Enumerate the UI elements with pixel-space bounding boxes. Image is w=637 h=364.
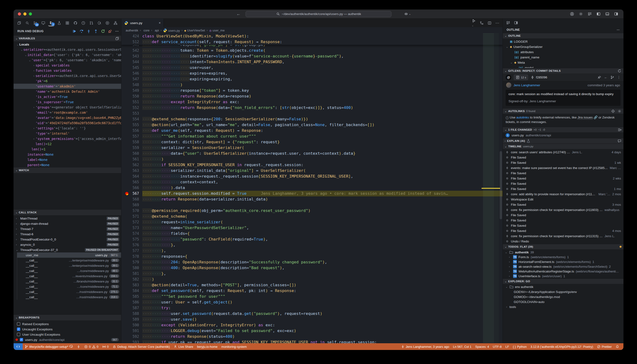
thread-row[interactable]: ⌄ThreadPoolExecutor-37_0PAUSED ON BREAKP…: [14, 247, 121, 252]
copilot-menu[interactable]: ⌄: [404, 12, 411, 16]
pane-more-actions-icon[interactable]: ⋯: [617, 28, 620, 32]
commit-sha[interactable]: f285096: [530, 75, 547, 80]
commit-message[interactable]: core: mark session as modified instead o…: [506, 90, 620, 106]
timeline-item[interactable]: File Saved1 wk: [503, 160, 624, 165]
variable-row[interactable]: 'uid' = '49d24724dfa590a20fb5961e9c6673c…: [14, 120, 121, 126]
more-actions-icon[interactable]: ⋯: [496, 21, 499, 25]
thread-row[interactable]: ›django-main-threadPAUSED: [14, 221, 121, 226]
code-line[interactable]: 590········except (ValidationError, Inte…: [121, 322, 502, 328]
code-line[interactable]: 585········"""Set password for user""": [121, 294, 502, 300]
variable-row[interactable]: ›special variables: [14, 63, 121, 68]
timeline-item[interactable]: core: search users' attributes (#12740) …: [503, 150, 624, 155]
variable-row[interactable]: ⌄'user' = {'pk': 6, 'username': 'akadmin…: [14, 58, 121, 63]
code-line[interactable]: 566············).data: [121, 185, 502, 191]
stack-frame-row[interactable]: __call__…/root/middleware.py275:1: [17, 289, 121, 294]
tab-users-py[interactable]: users.py ×: [121, 18, 164, 27]
branch-status-item[interactable]: lifecycle/fix-debugger-setup*: [23, 343, 75, 350]
comment-icon[interactable]: [618, 139, 622, 143]
outline-section-header[interactable]: ⌄OUTLINE: [503, 33, 624, 38]
code-line[interactable]: 563············serializer.initial_data["…: [121, 168, 502, 174]
code-line[interactable]: 587········try:: [121, 305, 502, 311]
explorer-icon[interactable]: [16, 20, 22, 26]
author-name[interactable]: Jens Langhammer: [514, 84, 540, 87]
call-stack-section-header[interactable]: ⌄CALL STACK: [14, 210, 121, 215]
code-line[interactable]: 583····@action(detail=True, methods=["PO…: [121, 282, 502, 288]
language-mode-status-item[interactable]: { }Python: [511, 343, 528, 350]
close-window-button[interactable]: [18, 12, 21, 16]
graph-icon[interactable]: [610, 75, 614, 80]
autolink-settings-icon[interactable]: [618, 109, 622, 113]
code-line[interactable]: 573············name="UserPasswordSetSeri…: [121, 225, 502, 231]
copy-value-icon[interactable]: [115, 36, 119, 40]
code-line[interactable]: 593········if user.pk == request.user.pk…: [121, 340, 502, 343]
variable-row[interactable]: parent = None: [14, 162, 121, 167]
toggle-secondary-sidebar-icon[interactable]: [614, 12, 618, 16]
remote-tunnel-1-status-item[interactable]: beryju.io-home: [195, 343, 220, 350]
debug-disconnect-button[interactable]: [108, 29, 112, 33]
breadcrumb-item[interactable]: core: [142, 28, 150, 32]
code-line[interactable]: 579············204: OpenApiResponse(desc…: [121, 259, 502, 265]
command-center[interactable]: ~/dev/authentik/authentik/core/api/users…: [246, 11, 392, 17]
autolink-add-icon[interactable]: [611, 109, 615, 113]
live-share-icon[interactable]: [96, 20, 103, 26]
code-line[interactable]: 553: [121, 110, 502, 116]
eol-status-item[interactable]: LF: [504, 343, 511, 350]
breadcrumb-item[interactable]: ◎user_me: [209, 28, 224, 32]
jira-issues-link[interactable]: Jira issues: [578, 116, 593, 120]
breadcrumb-item[interactable]: authentik: [125, 28, 138, 32]
minimize-window-button[interactable]: [23, 12, 26, 16]
timeline-item[interactable]: Workspace Edit: [503, 197, 624, 202]
outline-item[interactable]: [@]parent_name: [503, 54, 624, 60]
timeline-section-header[interactable]: ⌄TIMELINEusers.py: [503, 144, 624, 149]
variable-row[interactable]: 'avatar' = 'data:image/svg+xml;base64,PH…: [14, 115, 121, 120]
gitlens-icon[interactable]: @: [506, 74, 511, 80]
files-changed-section-header[interactable]: ⌄1 FILE CHANGED +0~1-0: [503, 127, 624, 132]
gitlens-icon[interactable]: [80, 20, 87, 26]
github-icon[interactable]: [72, 20, 79, 26]
code-line[interactable]: 592············return Response(status=40…: [121, 334, 502, 340]
code-line[interactable]: 545····················user=user,: [121, 65, 502, 70]
remote-tunnel-2-status-item[interactable]: monitoring-system: [220, 343, 249, 350]
stack-frame-row[interactable]: __call__…/core/middleware.py71:1: [17, 284, 121, 289]
timeline-item[interactable]: File Saved: [503, 223, 624, 228]
stack-frame-row[interactable]: __call__…/enterprise/middleware.py39:1: [17, 263, 121, 268]
zoom-window-button[interactable]: [29, 12, 32, 16]
code-line[interactable]: 575················"password": CharField…: [121, 236, 502, 242]
code-line[interactable]: 560············data={"user": UserSelfSer…: [121, 151, 502, 156]
go-env-row[interactable]: GOENV=~/Library/Application Support/go/e…: [503, 290, 624, 294]
outline-item[interactable]: ⌄◆Meta: [503, 60, 624, 65]
go-env-row[interactable]: ⌄env authentik: [503, 284, 624, 290]
stack-frame-row[interactable]: user_meusers.py567:1: [17, 252, 121, 258]
code-line[interactable]: 558········context: dict[str, Request] =…: [121, 139, 502, 145]
variable-row[interactable]: ›serializer = <authentik.core.api.users.…: [14, 73, 121, 78]
testing-icon[interactable]: [56, 20, 62, 26]
variable-row[interactable]: 'is_superuser' = True: [14, 100, 121, 105]
pull-requests-icon[interactable]: [88, 20, 95, 26]
code-line[interactable]: 586········user: User = self.get_object(…: [121, 300, 502, 305]
go-env-row[interactable]: GOTOOLCHAIN=auto: [503, 300, 624, 304]
encoding-status-item[interactable]: UTF-8: [491, 343, 504, 350]
code-line[interactable]: 552················return Response(data=…: [121, 105, 502, 110]
indentation-status-item[interactable]: Spaces: 4: [474, 343, 491, 350]
variable-row[interactable]: len() = 1: [14, 146, 121, 152]
code-line[interactable]: 580············400: OpenApiResponse(desc…: [121, 265, 502, 271]
back-icon[interactable]: ←: [604, 75, 608, 80]
code-line[interactable]: 581········},: [121, 271, 502, 276]
code-line[interactable]: 591············LOGGER.debug(event="Faile…: [121, 328, 502, 334]
history-back-button[interactable]: ←: [236, 12, 240, 16]
timeline-item[interactable]: core: fix permission check for scoped im…: [503, 207, 624, 212]
code-line[interactable]: 576············},: [121, 242, 502, 248]
toggle-primary-sidebar-icon[interactable]: [596, 12, 600, 16]
outline-item[interactable]: ▤LOGGER: [503, 39, 624, 44]
timeline-item[interactable]: Undo / Redo: [503, 238, 624, 244]
thread-row[interactable]: ›Thread-7PAUSED: [14, 226, 121, 232]
variable-row[interactable]: ⌄serializer = <authentik.core.api.users.…: [14, 47, 121, 52]
close-tab-icon[interactable]: ×: [159, 21, 161, 25]
breakpoint-row[interactable]: Uncaught Exceptions: [14, 326, 121, 332]
timeline-item[interactable]: core: fix permission check for scoped im…: [503, 233, 624, 238]
outline-item[interactable]: [@]attributes: [503, 49, 624, 54]
variable-row[interactable]: ›function variables: [14, 68, 121, 73]
variable-row[interactable]: 'pk' = 6: [14, 78, 121, 84]
breakpoint-checkbox[interactable]: [20, 338, 23, 341]
timeline-item[interactable]: File Saved: [503, 212, 624, 218]
